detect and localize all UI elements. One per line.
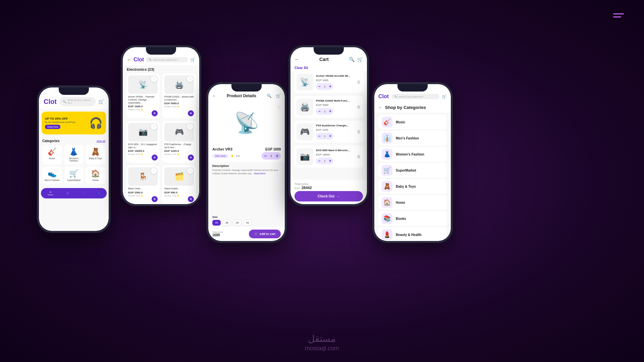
product-name-6: Stand Holder... <box>164 187 194 190</box>
quantity-control: − 1 + <box>262 152 281 160</box>
cart-qty-increase-4[interactable]: + <box>327 158 333 164</box>
cart-qty-increase-3[interactable]: + <box>327 133 333 139</box>
categories-logo: Clot <box>378 94 389 100</box>
cat-list-item-home[interactable]: 🏠 Home <box>378 195 447 210</box>
cart-delete-btn-4[interactable]: 🗑 <box>357 154 361 159</box>
cart-delete-btn-2[interactable]: 🗑 <box>357 105 361 109</box>
product-favorite-button[interactable]: ♡ <box>277 105 281 110</box>
size-39[interactable]: 39 <box>233 220 241 226</box>
cart-total-row: Total price EGP 28442 <box>294 182 363 190</box>
supermarket-icon: 🛒 <box>69 169 78 178</box>
category-music[interactable]: 🎸 Music <box>42 145 62 165</box>
nav-favorites[interactable]: ♡ <box>82 192 84 194</box>
hamburger-line-2 <box>613 16 621 17</box>
product-price-3: EGP 19099.0 <box>128 149 158 153</box>
cart-qty-decrease-3[interactable]: − <box>316 133 323 139</box>
size-40[interactable]: 40 <box>244 220 252 226</box>
cart-search-icon[interactable]: 🔍 <box>349 57 355 62</box>
product-card-6[interactable]: 🗂️ ♡ Stand Holder... EGP 890.0 Review: (… <box>162 165 196 204</box>
fav-btn-2[interactable]: ♡ <box>187 76 193 82</box>
view-all-link[interactable]: view all <box>97 139 105 142</box>
cart-delete-btn-1[interactable]: 🗑 <box>357 80 361 84</box>
product-card-2[interactable]: 🖨️ ♡ PIXMA G3420... photos with a maximu… <box>162 73 196 118</box>
qty-number: 1 <box>269 154 273 158</box>
home-search-bar[interactable]: 🔍 what do you search for? <box>59 97 96 106</box>
cart-back-button[interactable]: ← <box>294 57 299 62</box>
add-btn-5[interactable]: + <box>152 196 158 202</box>
category-womens-fashion[interactable]: 👗 Women's Fashion <box>64 145 84 165</box>
category-home[interactable]: 🏠 Home <box>86 167 105 184</box>
product-stars: ⭐ <box>230 154 234 158</box>
electronics-back-button[interactable]: ← <box>127 57 131 62</box>
description-title: Description <box>212 164 281 168</box>
cart-bag-icon[interactable]: 🛒 <box>357 57 363 62</box>
category-mens-fashion-label: Men's Fashion <box>45 179 60 181</box>
product-price-1: EGP 1699.0 <box>128 105 158 108</box>
product-details-search-icon[interactable]: 🔍 <box>267 94 272 98</box>
cart-item-qty-2: − 1 + <box>316 108 333 115</box>
category-mens-fashion[interactable]: 👟 Men's Fashion <box>42 167 62 184</box>
product-details-title: Product Details <box>218 94 265 98</box>
product-card-5[interactable]: 🪑 ♡ Black Chair... EGP 2500.0 Review: (4… <box>126 165 160 204</box>
cart-qty-decrease-4[interactable]: − <box>316 158 323 164</box>
checkout-button[interactable]: Check Out → <box>294 191 363 201</box>
home-search-icon: 🔍 <box>63 100 66 103</box>
add-btn-6[interactable]: + <box>188 196 194 202</box>
nav-list-icon: ☰ <box>67 192 68 194</box>
banner-headline: UP TO 25% OFF <box>45 117 75 121</box>
cart-qty-increase-2[interactable]: + <box>327 108 333 115</box>
product-card-3[interactable]: 📷 ♡ EOS M50... 24.1 megapixel (aps c)...… <box>126 121 160 163</box>
add-btn-2[interactable]: + <box>188 110 194 116</box>
product-name: Archer VR3 <box>212 147 232 151</box>
cart-qty-increase-1[interactable]: + <box>327 83 333 90</box>
watermark-arabic: مستقل <box>305 333 339 344</box>
banner-shop-now-button[interactable]: Shop Now <box>45 125 60 129</box>
categories-cart-icon[interactable]: 🛒 <box>442 94 447 99</box>
size-38[interactable]: 38 <box>223 220 231 226</box>
product-card-1[interactable]: 📡 ♡ Archer VR300... Parental Controls: m… <box>126 73 160 118</box>
cat-icon-books: 📚 <box>382 213 392 224</box>
nav-list[interactable]: ☰ <box>67 192 68 194</box>
category-supermarket[interactable]: 🛒 SuperMarket <box>64 167 84 184</box>
qty-decrease-button[interactable]: − <box>262 152 269 160</box>
qty-increase-button[interactable]: + <box>273 152 281 160</box>
cat-list-item-beauty-health[interactable]: 💄 Beauty & Health <box>378 227 447 241</box>
clear-all-button[interactable]: Clear All <box>290 65 367 71</box>
fav-btn-4[interactable]: ♡ <box>187 124 193 130</box>
category-baby-toys[interactable]: 🧸 Baby & Toys <box>86 145 105 165</box>
size-35[interactable]: 35 <box>212 220 221 226</box>
categories-header: Categories view all <box>42 139 105 143</box>
categories-grid: 🎸 Music 👗 Women's Fashion 🧸 Baby & Toys … <box>42 145 105 184</box>
cart-qty-decrease-2[interactable]: − <box>316 108 323 115</box>
cart-qty-decrease-1[interactable]: − <box>316 83 323 90</box>
cat-list-item-supermarket[interactable]: 🛒 SuperMarket <box>378 163 447 178</box>
product-details-cart-icon[interactable]: 🛒 <box>276 94 281 98</box>
cat-list-item-baby-toys[interactable]: 🧸 Baby & Toys <box>378 179 447 194</box>
product-card-4[interactable]: 🎮 ♡ PS5 DualSense... Charge up to two...… <box>162 121 196 163</box>
cat-list-item-music[interactable]: 🎸 Music <box>378 115 447 129</box>
add-btn-3[interactable]: + <box>152 155 158 161</box>
add-btn-4[interactable]: + <box>188 155 194 161</box>
cart-delete-btn-3[interactable]: 🗑 <box>357 129 361 134</box>
fav-btn-3[interactable]: ♡ <box>151 124 157 130</box>
hamburger-menu[interactable] <box>613 13 624 17</box>
electronics-cart-icon[interactable]: 🛒 <box>190 57 195 62</box>
fav-btn-1[interactable]: ♡ <box>151 76 157 82</box>
add-to-cart-button[interactable]: 🛒 Add to cart <box>249 230 281 238</box>
read-more-link[interactable]: Read More <box>254 172 266 175</box>
category-supermarket-label: SuperMarket <box>67 179 80 181</box>
categories-back-button[interactable]: ← <box>378 105 382 110</box>
nav-home[interactable]: ⊞ Home <box>48 191 53 196</box>
categories-search-bar[interactable]: 🔍 what do you search for? <box>391 94 439 99</box>
home-cart-icon[interactable]: 🛒 <box>98 99 104 104</box>
electronics-search-bar[interactable]: 🔍 what do you search for? <box>146 57 188 62</box>
cat-list-item-womens-fashion[interactable]: 👗 Women's Fashion <box>378 147 447 162</box>
cat-list-item-mens-fashion[interactable]: 👔 Men's Fashion <box>378 131 447 145</box>
category-baby-toys-label: Baby & Toys <box>89 157 102 160</box>
total-price-label: Total price <box>212 231 223 233</box>
add-btn-1[interactable]: + <box>152 110 158 116</box>
cat-list-item-books[interactable]: 📚 Books <box>378 211 447 226</box>
nav-profile[interactable]: 👤 <box>98 192 100 194</box>
description-section: Description Parental Controls: manage re… <box>208 162 285 214</box>
product-details-back-button[interactable]: ← <box>212 94 216 98</box>
